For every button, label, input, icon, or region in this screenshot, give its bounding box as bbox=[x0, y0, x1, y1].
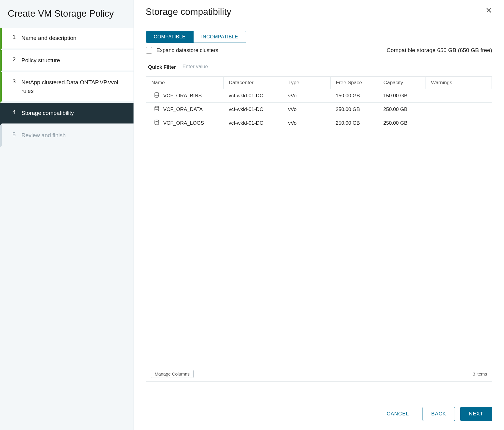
cancel-button[interactable]: CANCEL bbox=[378, 407, 417, 421]
datastore-icon bbox=[154, 106, 160, 113]
table-row[interactable]: VCF_ORA_BINS vcf-wkld-01-DC vVol 150.00 … bbox=[146, 89, 492, 103]
datastore-datacenter: vcf-wkld-01-DC bbox=[223, 103, 283, 116]
compatibility-tab-group: COMPATIBLE INCOMPATIBLE bbox=[146, 31, 246, 43]
step-number: 2 bbox=[12, 56, 21, 63]
datastore-table: Name Datacenter Type Free Space Capacity… bbox=[146, 76, 492, 382]
column-header-warnings[interactable]: Warnings bbox=[426, 77, 492, 89]
wizard-title: Create VM Storage Policy bbox=[0, 0, 134, 28]
step-number: 1 bbox=[12, 34, 21, 40]
checkbox-icon bbox=[146, 47, 152, 54]
datastore-warnings bbox=[426, 89, 492, 103]
checkbox-label: Expand datastore clusters bbox=[156, 47, 218, 54]
datastore-free: 150.00 GB bbox=[330, 89, 378, 103]
step-number: 3 bbox=[12, 78, 21, 85]
step-policy-structure[interactable]: 2 Policy structure bbox=[0, 50, 134, 73]
datastore-datacenter: vcf-wkld-01-DC bbox=[223, 116, 283, 130]
next-button[interactable]: NEXT bbox=[460, 407, 492, 421]
datastore-name: VCF_ORA_LOGS bbox=[163, 120, 204, 126]
step-review-finish: 5 Review and finish bbox=[0, 125, 134, 148]
datastore-type: vVol bbox=[283, 89, 330, 103]
step-label: Storage compatibility bbox=[21, 109, 74, 118]
manage-columns-button[interactable]: Manage Columns bbox=[151, 370, 194, 378]
step-storage-compatibility[interactable]: 4 Storage compatibility bbox=[0, 103, 134, 125]
datastore-name: VCF_ORA_DATA bbox=[163, 107, 203, 112]
tab-incompatible[interactable]: INCOMPATIBLE bbox=[194, 31, 246, 43]
svg-point-1 bbox=[155, 106, 158, 108]
datastore-name: VCF_ORA_BINS bbox=[163, 93, 202, 99]
step-label: NetApp.clustered.Data.ONTAP.VP.vvol rule… bbox=[21, 78, 127, 95]
column-header-datacenter[interactable]: Datacenter bbox=[223, 77, 283, 89]
step-label: Name and description bbox=[21, 34, 76, 43]
datastore-capacity: 250.00 GB bbox=[378, 103, 426, 116]
quick-filter-input[interactable] bbox=[181, 62, 253, 72]
column-header-free-space[interactable]: Free Space bbox=[330, 77, 378, 89]
step-vvol-rules[interactable]: 3 NetApp.clustered.Data.ONTAP.VP.vvol ru… bbox=[0, 72, 134, 103]
item-count: 3 items bbox=[473, 371, 487, 376]
datastore-capacity: 250.00 GB bbox=[378, 116, 426, 130]
datastore-warnings bbox=[426, 116, 492, 130]
datastore-free: 250.00 GB bbox=[330, 116, 378, 130]
datastore-datacenter: vcf-wkld-01-DC bbox=[223, 89, 283, 103]
expand-datastore-clusters-checkbox[interactable]: Expand datastore clusters bbox=[146, 47, 218, 54]
step-name-description[interactable]: 1 Name and description bbox=[0, 28, 134, 50]
compatible-storage-summary: Compatible storage 650 GB (650 GB free) bbox=[387, 47, 492, 54]
step-number: 5 bbox=[12, 131, 21, 138]
step-label: Policy structure bbox=[21, 56, 60, 65]
datastore-warnings bbox=[426, 103, 492, 116]
table-row[interactable]: VCF_ORA_DATA vcf-wkld-01-DC vVol 250.00 … bbox=[146, 103, 492, 116]
column-header-type[interactable]: Type bbox=[283, 77, 330, 89]
datastore-icon bbox=[154, 92, 160, 99]
datastore-icon bbox=[154, 119, 160, 127]
close-icon[interactable]: ✕ bbox=[486, 7, 492, 14]
step-label: Review and finish bbox=[21, 131, 66, 140]
datastore-free: 250.00 GB bbox=[330, 103, 378, 116]
svg-point-0 bbox=[155, 93, 158, 94]
column-header-name[interactable]: Name bbox=[146, 77, 223, 89]
tab-compatible[interactable]: COMPATIBLE bbox=[146, 31, 194, 43]
page-title: Storage compatibility bbox=[146, 7, 231, 17]
datastore-type: vVol bbox=[283, 116, 330, 130]
datastore-capacity: 150.00 GB bbox=[378, 89, 426, 103]
table-row[interactable]: VCF_ORA_LOGS vcf-wkld-01-DC vVol 250.00 … bbox=[146, 116, 492, 130]
quick-filter-label: Quick Filter bbox=[148, 64, 176, 70]
step-number: 4 bbox=[12, 109, 21, 115]
back-button[interactable]: BACK bbox=[423, 407, 455, 421]
datastore-type: vVol bbox=[283, 103, 330, 116]
svg-point-2 bbox=[155, 120, 158, 121]
column-header-capacity[interactable]: Capacity bbox=[378, 77, 426, 89]
